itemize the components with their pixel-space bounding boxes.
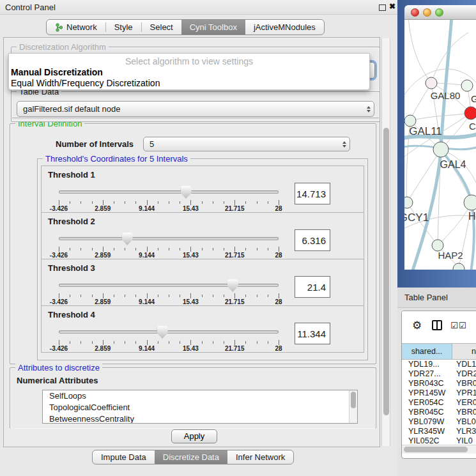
slider-tick bbox=[70, 201, 70, 204]
table-row[interactable]: YIL052CYIL0 bbox=[402, 436, 476, 445]
close-icon[interactable]: ✖ bbox=[389, 2, 395, 11]
network-edge[interactable] bbox=[407, 150, 441, 203]
table-row[interactable]: YBR043CYBR0 bbox=[402, 379, 476, 388]
threshold-value[interactable]: 6.316 bbox=[295, 229, 330, 251]
discretization-algorithm-label: Discretization Algorithm bbox=[17, 42, 109, 52]
slider-track[interactable] bbox=[59, 237, 279, 240]
vertical-scrollbar[interactable] bbox=[381, 38, 390, 446]
table-horizontal-scrollbar[interactable] bbox=[402, 445, 476, 454]
slider-tick bbox=[70, 295, 70, 297]
network-edge[interactable] bbox=[410, 113, 471, 121]
network-node-label: GAL80 bbox=[431, 90, 461, 101]
algorithm-option-manual[interactable]: Manual Discretization bbox=[11, 67, 103, 77]
number-of-intervals-combobox[interactable]: 5 bbox=[143, 137, 350, 151]
right-column: GAL80G.CGAL11GAL4GCY1HHAP2 Table Panel ⚙… bbox=[397, 0, 476, 476]
slider-tick-label: 28 bbox=[275, 298, 282, 305]
column-header-shared-name[interactable]: shared... bbox=[402, 344, 452, 359]
threshold-slider[interactable] bbox=[59, 185, 279, 199]
network-node[interactable] bbox=[464, 195, 476, 210]
network-node[interactable] bbox=[453, 263, 464, 270]
zoom-traffic-light-icon[interactable] bbox=[435, 8, 443, 17]
attr-list-scrollbar[interactable] bbox=[349, 390, 357, 423]
table-data-combobox[interactable]: galFiltered.sif default node bbox=[17, 101, 374, 117]
tab-style[interactable]: Style bbox=[106, 20, 141, 35]
table-toolbar: ⚙ ☑☑ bbox=[402, 311, 476, 339]
slider-thumb[interactable] bbox=[157, 326, 168, 339]
slider-track[interactable] bbox=[59, 330, 279, 334]
slider-tick bbox=[125, 295, 125, 297]
slider-tick bbox=[92, 248, 93, 250]
threshold-value[interactable]: 21.4 bbox=[295, 276, 330, 298]
table-row[interactable]: YLR345WYLR3 bbox=[402, 427, 476, 436]
network-edge[interactable] bbox=[410, 83, 431, 121]
minimize-traffic-light-icon[interactable] bbox=[423, 8, 431, 17]
slider-tick bbox=[59, 340, 59, 345]
network-node[interactable] bbox=[426, 77, 437, 89]
slider-tick-label: 28 bbox=[275, 252, 282, 259]
slider-tick bbox=[213, 295, 213, 297]
network-view-canvas[interactable]: GAL80G.CGAL11GAL4GCY1HHAP2 bbox=[404, 20, 476, 270]
threshold-slider[interactable] bbox=[59, 232, 279, 246]
slider-tick bbox=[234, 247, 235, 252]
network-node[interactable] bbox=[404, 197, 413, 208]
close-traffic-light-icon[interactable] bbox=[411, 8, 419, 17]
tab-discretize-data[interactable]: Discretize Data bbox=[155, 450, 227, 464]
network-node[interactable] bbox=[461, 80, 473, 91]
table-horizontal-scrollbar-thumb[interactable] bbox=[404, 447, 468, 452]
slider-tick bbox=[245, 248, 246, 250]
slider-tick-label: 9.144 bbox=[139, 252, 155, 259]
table-data-value: galFiltered.sif default node bbox=[17, 104, 364, 114]
slider-tick-labels: -3.4262.8599.14415.4321.71528 bbox=[59, 298, 279, 305]
threshold-slider[interactable] bbox=[59, 325, 279, 339]
table-row[interactable]: YDR27...YDR2 bbox=[402, 369, 476, 379]
network-node-label: HAP2 bbox=[438, 250, 463, 261]
slider-tick-labels: -3.4262.8599.14415.4321.71528 bbox=[59, 345, 279, 352]
numeric-attr-list[interactable]: SelfLoopsTopologicalCoefficientBetweenne… bbox=[42, 390, 358, 424]
network-node[interactable] bbox=[464, 107, 476, 119]
vertical-scrollbar-thumb[interactable] bbox=[383, 128, 389, 415]
column-header-name[interactable]: na bbox=[452, 344, 476, 359]
attr-list-item[interactable]: TopologicalCoefficient bbox=[43, 402, 357, 413]
tab-network[interactable]: Network bbox=[47, 20, 105, 35]
algorithm-option-equal-width[interactable]: Equal Width/Frequency Discretization bbox=[11, 78, 160, 88]
threshold-value[interactable]: 14.713 bbox=[295, 183, 330, 204]
network-node[interactable] bbox=[433, 142, 449, 157]
network-window: GAL80G.CGAL11GAL4GCY1HHAP2 bbox=[397, 0, 476, 288]
attr-list-item[interactable]: BetweennessCentrality bbox=[43, 413, 357, 424]
slider-tick bbox=[81, 201, 81, 204]
tab-cyni-toolbox[interactable]: Cyni Toolbox bbox=[181, 20, 245, 35]
threshold-slider[interactable] bbox=[59, 279, 279, 293]
slider-track[interactable] bbox=[59, 284, 279, 287]
top-tab-bar: Network Style Select Cyni Toolbox jActiv… bbox=[46, 19, 325, 35]
columns-icon[interactable] bbox=[432, 320, 442, 330]
slider-tick bbox=[190, 293, 191, 298]
slider-tick-label: 2.859 bbox=[95, 298, 111, 305]
slider-thumb[interactable] bbox=[122, 233, 133, 245]
table-row[interactable]: YER054CYER0 bbox=[402, 398, 476, 408]
slider-tick bbox=[103, 247, 104, 252]
threshold-value[interactable]: 11.344 bbox=[295, 323, 330, 344]
slider-tick bbox=[92, 341, 93, 344]
tab-impute-data[interactable]: Impute Data bbox=[93, 450, 155, 464]
float-window-icon[interactable] bbox=[379, 4, 386, 11]
table-cell: YIL052C bbox=[402, 436, 452, 445]
slider-thumb[interactable] bbox=[181, 186, 192, 199]
network-edge[interactable] bbox=[438, 203, 472, 245]
slider-tick bbox=[158, 201, 158, 204]
table-cell: YBR0 bbox=[452, 379, 476, 388]
slider-track[interactable] bbox=[59, 190, 279, 194]
table-row[interactable]: YDL19...YDL1 bbox=[402, 360, 476, 369]
tab-select[interactable]: Select bbox=[142, 20, 181, 35]
attr-list-item[interactable]: SelfLoops bbox=[43, 390, 357, 402]
checkbox-icons[interactable]: ☑☑ bbox=[450, 321, 466, 330]
table-row[interactable]: YPR145WYPR1 bbox=[402, 388, 476, 398]
tab-jactivemnodules[interactable]: jActiveMNodules bbox=[245, 20, 324, 35]
apply-button[interactable]: Apply bbox=[171, 429, 217, 443]
slider-tick bbox=[234, 293, 235, 298]
tab-infer-network[interactable]: Infer Network bbox=[227, 450, 293, 464]
slider-tick bbox=[135, 341, 136, 344]
table-row[interactable]: YBR045CYBR0 bbox=[402, 408, 476, 417]
table-row[interactable]: YBL079WYBL0 bbox=[402, 417, 476, 427]
slider-thumb[interactable] bbox=[227, 279, 238, 292]
gear-icon[interactable]: ⚙ bbox=[412, 319, 422, 332]
